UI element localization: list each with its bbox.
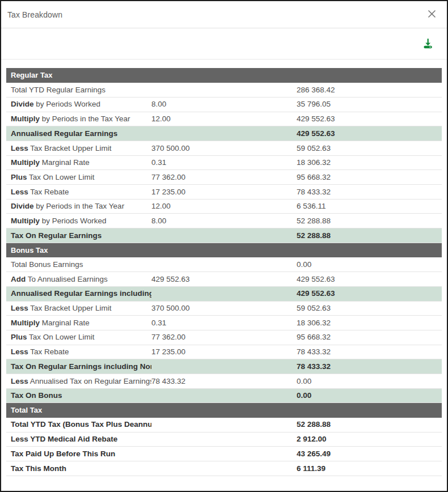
close-button[interactable] [425,8,438,22]
row-label-keyword: Tax On Regular Earnings [11,231,102,240]
row-label: Plus Tax On Lower Limit [6,170,151,185]
row-operand-value [151,257,297,272]
row-label: Divide by Periods Worked [6,97,151,112]
row-label: Total YTD Regular Earnings [6,83,151,97]
row-label-keyword: Less [11,188,28,196]
row-label-keyword: Multiply [11,319,40,327]
modal-content: Regular TaxTotal YTD Regular Earnings286… [1,60,447,476]
table-row: Total YTD Regular Earnings286 368.42 [6,83,442,97]
row-label-keyword: Multiply [11,217,40,225]
row-label: Less Tax Rebate [6,345,151,359]
row-label-keyword: Plus [11,173,27,181]
table-row: Less YTD Medical Aid Rebate2 912.00 [6,432,442,447]
row-operand-value: 77 362.00 [151,330,297,345]
row-label: Tax This Month [6,461,151,476]
row-label-text: by Periods Worked [40,217,107,225]
row-result-value: 18 306.32 [297,316,442,330]
row-label-keyword: Multiply [11,114,40,123]
row-result-value: 6 536.11 [297,199,442,214]
row-label-keyword: Annualised Regular Earnings [11,129,117,138]
row-label-text: Tax Bracket Upper Limit [28,144,112,152]
row-label: Less Tax Bracket Upper Limit [6,301,151,316]
row-label-keyword: Plus [11,333,27,341]
download-button[interactable] [420,36,436,52]
row-result-value: 43 265.49 [297,447,442,461]
row-label-text: Tax On Lower Limit [27,333,95,341]
close-icon [427,9,437,20]
modal-title: Tax Breakdown [7,10,62,19]
row-operand-value [151,286,297,301]
row-result-value: 95 668.32 [297,330,442,345]
table-row: Tax On Regular Earnings52 288.88 [6,228,442,243]
table-row: Tax On Bonus0.00 [6,388,442,403]
row-label-keyword: Less [11,304,28,312]
table-row: Multiply Marginal Rate0.3118 306.32 [6,155,442,170]
section-title: Bonus Tax [6,243,442,257]
table-row: Total YTD Tax (Bonus Tax Plus Deannualis… [6,418,442,432]
row-operand-value [151,388,297,403]
row-operand-value [151,432,297,447]
table-row: Multiply by Periods in the Tax Year12.00… [6,112,442,126]
table-row: Total Bonus Earnings0.00 [6,257,442,272]
row-label-text: To Annualised Earnings [26,275,108,283]
row-label: Annualised Regular Earnings including No… [6,286,151,301]
row-label: Less Tax Rebate [6,185,151,200]
row-result-value: 0.00 [297,374,442,388]
row-operand-value [151,126,297,141]
row-label-keyword: Divide [11,202,34,210]
row-label-keyword: Tax Paid Up Before This Run [11,449,115,458]
table-row: Divide by Periods in the Tax Year12.006 … [6,199,442,214]
row-label: Tax On Regular Earnings including Non An… [6,359,151,374]
row-label: Annualised Regular Earnings [6,126,151,141]
row-operand-value: 429 552.63 [151,272,297,287]
row-result-value: 0.00 [297,388,442,403]
table-row: Multiply by Periods Worked8.0052 288.88 [6,214,442,228]
row-result-value: 52 288.88 [297,228,442,243]
row-result-value: 0.00 [297,257,442,272]
row-operand-value: 12.00 [151,199,297,214]
row-result-value: 52 288.88 [297,418,442,432]
row-label-text: Tax Rebate [28,188,69,196]
row-operand-value: 78 433.32 [151,374,297,388]
section-header-row: Regular Tax [6,68,442,83]
row-label-text: Marginal Rate [40,319,90,327]
table-row: Tax This Month6 111.39 [6,461,442,476]
row-label-text: by Periods in the Tax Year [34,202,125,210]
section-title: Regular Tax [6,68,442,83]
table-row: Less Tax Rebate17 235.0078 433.32 [6,345,442,359]
row-operand-value [151,447,297,461]
row-result-value: 429 552.63 [297,286,442,301]
row-result-value: 95 668.32 [297,170,442,185]
row-label-keyword: Multiply [11,158,40,167]
row-label-keyword: Tax On Bonus [11,391,62,400]
row-label: Total YTD Tax (Bonus Tax Plus Deannualis… [6,418,151,432]
row-result-value: 52 288.88 [297,214,442,228]
row-label-text: Total Bonus Earnings [11,260,83,269]
section-title: Total Tax [6,403,442,418]
table-row: Plus Tax On Lower Limit77 362.0095 668.3… [6,330,442,345]
table-row: Annualised Regular Earnings including No… [6,286,442,301]
row-label-keyword: Less [11,347,28,356]
section-header-row: Total Tax [6,403,442,418]
table-row: Less Tax Bracket Upper Limit370 500.0059… [6,141,442,155]
row-label-keyword: Less [11,377,28,385]
row-label-keyword: Total YTD Tax (Bonus Tax Plus Deannualis… [11,420,151,429]
row-label: Less Annualised Tax on Regular Earnings [6,374,151,388]
row-label: Multiply by Periods Worked [6,214,151,228]
row-label-keyword: Tax This Month [11,464,66,473]
row-operand-value: 0.31 [151,316,297,330]
table-row: Less Tax Bracket Upper Limit370 500.0059… [6,301,442,316]
row-label: Less Tax Bracket Upper Limit [6,141,151,155]
row-result-value: 429 552.63 [297,272,442,287]
download-icon [421,36,434,51]
row-result-value: 35 796.05 [297,97,442,112]
row-label-text: Annualised Tax on Regular Earnings [28,377,151,385]
row-operand-value [151,461,297,476]
row-label: Multiply Marginal Rate [6,316,151,330]
row-label: Tax Paid Up Before This Run [6,447,151,461]
row-label: Add To Annualised Earnings [6,272,151,287]
row-operand-value [151,359,297,374]
table-row: Less Annualised Tax on Regular Earnings7… [6,374,442,388]
row-label-keyword: Annualised Regular Earnings including No… [11,289,151,298]
table-row: Multiply Marginal Rate0.3118 306.32 [6,316,442,330]
